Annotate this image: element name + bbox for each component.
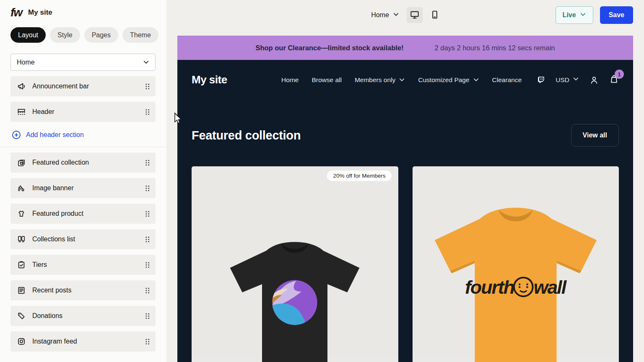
collection-title: Featured collection	[192, 129, 301, 142]
monitor-icon	[410, 10, 420, 21]
nav-link-home[interactable]: Home	[281, 76, 299, 84]
nav-link-browse-all[interactable]: Browse all	[312, 76, 342, 84]
editor-tabs: LayoutStylePagesTheme	[10, 27, 156, 43]
chevron-down-icon	[473, 77, 479, 83]
product-card-yellow-tee[interactable]: fourth wall	[413, 166, 619, 362]
section-item-tiers[interactable]: Tiers	[10, 255, 156, 275]
section-item-header[interactable]: Header	[10, 102, 156, 122]
device-toggle-group	[407, 7, 443, 23]
tab-theme[interactable]: Theme	[122, 27, 158, 43]
drag-handle[interactable]	[145, 83, 150, 90]
section-item-collections-list[interactable]: Collections list	[10, 229, 156, 249]
section-label: Featured product	[32, 210, 83, 217]
drag-handle[interactable]	[145, 236, 150, 243]
app-root: fw My site LayoutStylePagesTheme Home An…	[0, 0, 644, 362]
tiers-icon	[17, 260, 26, 269]
fourthwall-logo[interactable]: fw	[10, 6, 22, 19]
account-icon[interactable]	[589, 75, 599, 85]
section-label: Donations	[32, 312, 62, 320]
section-item-image-banner[interactable]: Image banner	[10, 178, 156, 198]
svg-text:fourth: fourth	[465, 277, 514, 297]
section-item-announcement-bar[interactable]: Announcement bar	[10, 76, 156, 96]
recent-posts-icon	[17, 286, 26, 295]
site-name-label: My site	[28, 8, 52, 17]
drag-handle[interactable]	[145, 287, 150, 294]
yellow-tee-product-image: fourth wall	[413, 188, 618, 362]
view-all-button[interactable]: View all	[571, 124, 619, 147]
header-icon	[17, 107, 26, 116]
add-header-section-button[interactable]: Add header section	[10, 129, 84, 141]
collections-list-icon	[17, 235, 26, 244]
sidebar-divider	[0, 147, 166, 147]
drag-handle[interactable]	[145, 210, 150, 217]
nav-link-clearance[interactable]: Clearance	[492, 76, 522, 84]
chevron-down-icon	[399, 77, 405, 83]
smartphone-icon	[430, 10, 440, 21]
announcement-countdown: 2 days 2 hours 16 mins 12 secs remain	[434, 44, 555, 52]
site-header: My site Home Browse all Members only	[177, 60, 633, 86]
page-selector[interactable]: Home	[10, 54, 156, 71]
svg-text:wall: wall	[533, 277, 567, 297]
tab-layout[interactable]: Layout	[10, 27, 46, 43]
featured-collection-icon	[17, 158, 26, 167]
instagram-icon	[17, 337, 26, 346]
device-button-monitor-icon[interactable]	[407, 7, 423, 23]
section-item-featured-product[interactable]: Featured product	[10, 204, 156, 224]
announcement-message: Shop our Clearance—limited stock availab…	[255, 44, 403, 52]
site-page: My site Home Browse all Members only	[177, 60, 633, 362]
body-section-list: Featured collection Image banner Feature…	[10, 153, 156, 352]
plus-circle-icon	[12, 130, 21, 140]
section-item-donations[interactable]: Donations	[10, 306, 156, 326]
tab-style[interactable]: Style	[50, 27, 80, 43]
drag-handle[interactable]	[145, 185, 150, 192]
cart-count-badge: 1	[615, 70, 624, 79]
black-tee-product-image	[213, 226, 377, 362]
preview-page-dropdown[interactable]: Home	[368, 11, 402, 19]
chevron-down-icon	[573, 76, 579, 84]
drag-handle[interactable]	[145, 261, 150, 269]
megaphone-icon	[17, 82, 26, 91]
currency-selector[interactable]: USD	[556, 76, 579, 84]
chevron-down-icon	[393, 11, 399, 19]
site-logo[interactable]: My site	[192, 73, 227, 86]
brand-row: fw My site	[10, 0, 156, 18]
announcement-bar[interactable]: Shop our Clearance—limited stock availab…	[177, 36, 633, 60]
donations-icon	[17, 311, 26, 321]
image-banner-icon	[17, 184, 26, 193]
chevron-down-icon	[143, 59, 149, 65]
section-label: Image banner	[32, 184, 74, 192]
featured-collection-section: Featured collection View all 20% off for…	[177, 124, 633, 362]
header-section-list: Announcement bar Header	[10, 76, 156, 122]
section-label: Collections list	[32, 235, 75, 243]
editor-sidebar: fw My site LayoutStylePagesTheme Home An…	[0, 0, 166, 362]
section-label: Featured collection	[32, 159, 89, 166]
drag-handle[interactable]	[145, 338, 150, 345]
tab-pages[interactable]: Pages	[84, 27, 118, 43]
section-label: Tiers	[32, 261, 47, 269]
member-discount-badge: 20% off for Members	[327, 171, 391, 181]
drag-handle[interactable]	[145, 313, 150, 320]
section-label: Recent posts	[32, 287, 71, 294]
chevron-down-icon	[580, 11, 586, 19]
site-preview: Shop our Clearance—limited stock availab…	[177, 36, 633, 362]
nav-link-members-only[interactable]: Members only	[355, 76, 405, 84]
page-selector-value: Home	[17, 59, 35, 66]
section-item-recent-posts[interactable]: Recent posts	[10, 280, 156, 300]
section-label: Instagram feed	[32, 338, 77, 345]
cart-button[interactable]: 1	[609, 74, 619, 85]
live-button[interactable]: Live	[556, 6, 593, 24]
nav-link-customized-page[interactable]: Customized Page	[418, 76, 479, 84]
device-button-smartphone-icon[interactable]	[427, 7, 443, 23]
section-label: Announcement bar	[32, 83, 89, 90]
tshirt-icon	[17, 209, 26, 218]
product-card-black-tee[interactable]: 20% off for Members	[192, 166, 398, 362]
twitch-icon[interactable]	[537, 75, 545, 84]
section-item-instagram-feed[interactable]: Instagram feed	[10, 331, 156, 352]
section-label: Header	[32, 108, 54, 116]
site-nav: Home Browse all Members only Customized …	[281, 76, 522, 84]
save-button[interactable]: Save	[600, 6, 633, 24]
preview-topbar: Home Live Save	[166, 0, 644, 36]
section-item-featured-collection[interactable]: Featured collection	[10, 153, 156, 173]
drag-handle[interactable]	[145, 109, 150, 116]
drag-handle[interactable]	[145, 159, 150, 166]
